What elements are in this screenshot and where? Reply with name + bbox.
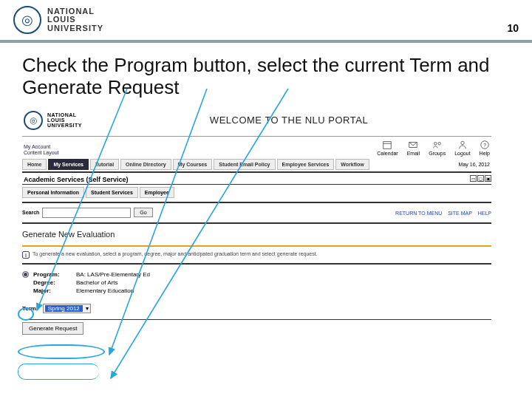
info-text: To generate a new evaluation, select a p… [33, 251, 318, 256]
term-select[interactable]: Spring 2012 ▾ [43, 304, 91, 313]
tab-my-services[interactable]: My Services [48, 159, 88, 170]
email-icon[interactable]: Email [407, 140, 420, 156]
content-layout-link[interactable]: Content Layout [24, 150, 58, 156]
window-max-icon[interactable]: ◻ [477, 175, 484, 182]
tab-employee-services[interactable]: Employee Services [277, 159, 335, 170]
portal-header: ◎ NATIONAL LOUIS UNIVERSITY WELCOME TO T… [22, 108, 491, 133]
instruction-text: Check the Program button, select the cur… [0, 43, 532, 105]
tab-tutorial[interactable]: Tutorial [90, 159, 119, 170]
university-seal-small-icon: ◎ [24, 111, 43, 130]
sub-nav: Personal Information Student Services Em… [22, 185, 491, 200]
primary-nav: Home My Services Tutorial Online Directo… [22, 157, 491, 173]
major-label: Major: [33, 287, 72, 294]
info-icon: i [22, 251, 30, 259]
section-title: Academic Services (Self Service) [22, 173, 469, 184]
groups-icon[interactable]: Groups [429, 140, 446, 156]
my-account-link[interactable]: My Account [24, 144, 58, 150]
welcome-text: WELCOME TO THE NLU PORTAL [86, 115, 491, 126]
help-link[interactable]: HELP [478, 211, 491, 216]
nav-date: May 16, 2012 [459, 162, 491, 167]
tab-my-courses[interactable]: My Courses [173, 159, 213, 170]
search-label: Search [22, 210, 39, 215]
slide-header: ◎ NATIONAL LOUIS UNIVERSITY 10 [0, 0, 532, 43]
chevron-down-icon: ▾ [86, 305, 89, 312]
fields: Program: BA: LAS/Pre-Elementary Ed Degre… [22, 265, 491, 298]
search-input[interactable] [42, 208, 131, 218]
term-row: Term: Spring 2012 ▾ [22, 298, 491, 319]
logout-icon[interactable]: Logout [454, 140, 470, 156]
term-selected-value: Spring 2012 [45, 305, 83, 312]
window-close-icon[interactable]: ▣ [485, 175, 491, 182]
help-icon[interactable]: ?Help [480, 140, 490, 156]
search-row: Search Go RETURN TO MENU SITE MAP HELP [22, 206, 491, 219]
tab-workflow[interactable]: Workflow [335, 159, 369, 170]
orange-divider [22, 245, 491, 247]
degree-value: Bachelor of Arts [76, 279, 117, 286]
university-name-small: NATIONAL LOUIS UNIVERSITY [47, 112, 82, 128]
site-map-link[interactable]: SITE MAP [448, 211, 472, 216]
annotation-oval-term [18, 344, 105, 359]
calendar-icon[interactable]: Calendar [377, 140, 398, 156]
university-seal-icon: ◎ [13, 6, 41, 34]
university-name: NATIONAL LOUIS UNIVERSITY [47, 7, 103, 33]
tab-home[interactable]: Home [22, 159, 47, 170]
logo: ◎ NATIONAL LOUIS UNIVERSITY [13, 6, 103, 34]
svg-point-5 [461, 141, 464, 144]
window-controls: ▭◻▣ [469, 174, 491, 182]
term-label: Term: [22, 305, 38, 312]
utility-icons: Calendar Email Groups Logout ?Help [377, 140, 490, 156]
page-heading: Generate New Evaluation [22, 228, 491, 242]
generate-request-button[interactable]: Generate Request [22, 322, 83, 335]
svg-rect-0 [383, 141, 392, 149]
subtab-personal-info[interactable]: Personal Information [22, 187, 84, 198]
svg-text:?: ? [483, 142, 486, 147]
tab-online-directory[interactable]: Online Directory [120, 159, 171, 170]
subtab-student-services[interactable]: Student Services [86, 187, 138, 198]
subtab-employee[interactable]: Employee [140, 187, 174, 198]
program-label: Program: [33, 271, 72, 278]
svg-point-3 [434, 142, 437, 145]
program-radio[interactable] [22, 271, 29, 278]
info-bar: i To generate a new evaluation, select a… [22, 250, 491, 265]
program-value: BA: LAS/Pre-Elementary Ed [76, 271, 150, 278]
return-menu-link[interactable]: RETURN TO MENU [395, 211, 442, 216]
page-number: 10 [507, 22, 519, 34]
major-value: Elementary Education [76, 287, 134, 294]
degree-label: Degree: [33, 279, 72, 286]
window-tool-icon[interactable]: ▭ [470, 175, 477, 182]
go-button[interactable]: Go [134, 208, 152, 217]
right-links: RETURN TO MENU SITE MAP HELP [391, 209, 491, 216]
account-links: My Account Content Layout [24, 144, 58, 155]
annotation-bracket-generate [18, 364, 99, 380]
svg-point-4 [438, 142, 441, 145]
tab-email-policy[interactable]: Student Email Policy [214, 159, 275, 170]
portal-screenshot: ◎ NATIONAL LOUIS UNIVERSITY WELCOME TO T… [22, 108, 491, 332]
